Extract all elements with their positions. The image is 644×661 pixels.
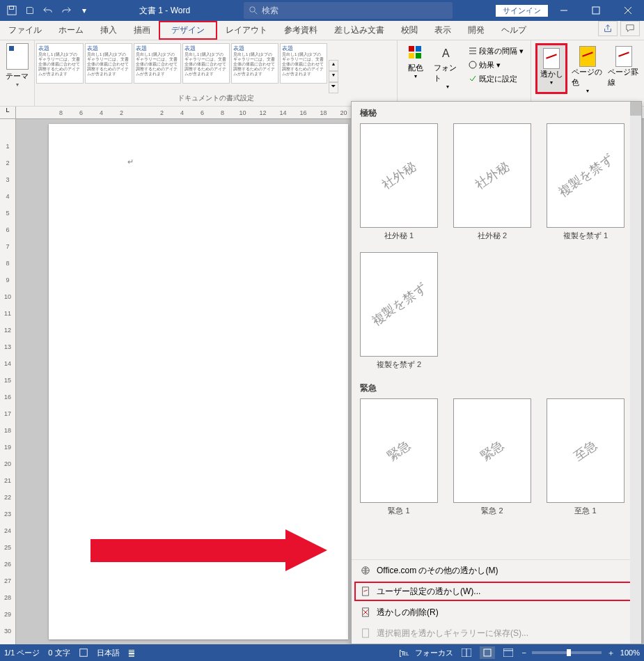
style-item[interactable]: 表題見出し1 [購入]タブのギャラリーには、文書全体の体裁に合わせて調整するため…: [134, 43, 181, 84]
page-color-button[interactable]: ページの色▾: [572, 43, 604, 94]
effects-icon: [469, 61, 477, 69]
tab-review[interactable]: 校閲: [393, 21, 426, 40]
web-layout-icon[interactable]: [501, 646, 516, 659]
tab-insert[interactable]: 挿入: [92, 21, 125, 40]
dropdown-menu: Office.com のその他の透かし(M) ▸ ユーザー設定の透かし(W)..…: [352, 559, 641, 644]
style-item[interactable]: 表題見出し1 [購入]タブのギャラリーには、文書全体の体裁に合わせて調整するため…: [182, 43, 230, 84]
spellcheck-icon[interactable]: [79, 648, 88, 658]
set-default-button[interactable]: 既定に設定: [469, 72, 524, 85]
watermark-button[interactable]: 透かし▾: [535, 43, 567, 94]
svg-line-17: [363, 590, 367, 591]
tab-mailings[interactable]: 差し込み文書: [326, 21, 393, 40]
zoom-slider[interactable]: [532, 651, 602, 654]
page-borders-button[interactable]: ページ罫線: [608, 43, 640, 94]
watermark-label: 社外秘 1: [360, 231, 438, 241]
globe-icon: [360, 565, 371, 576]
tab-developer[interactable]: 開発: [460, 21, 493, 40]
zoom-out-icon[interactable]: −: [521, 648, 526, 657]
watermark-preset[interactable]: 社外秘社外秘 1: [360, 123, 438, 241]
watermark-label: 緊急 1: [360, 506, 438, 516]
watermark-preset[interactable]: 緊急緊急 1: [360, 398, 438, 516]
more-watermarks-office[interactable]: Office.com のその他の透かし(M) ▸: [352, 560, 641, 581]
svg-rect-6: [592, 7, 599, 14]
status-bar: 1/1 ページ 0 文字 日本語 ䷀ [℡ フォーカス − ＋ 100%: [0, 644, 644, 661]
watermark-preset[interactable]: 至急至急 1: [547, 398, 625, 516]
style-item[interactable]: 表題見出し1 [購入]タブのギャラリーには、文書全体の体裁に合わせて調整するため…: [85, 43, 132, 84]
accessibility-icon[interactable]: ䷀: [128, 648, 135, 658]
svg-rect-9: [409, 46, 414, 52]
tab-references[interactable]: 参考資料: [276, 21, 326, 40]
comments-icon[interactable]: [620, 21, 640, 36]
page-borders-icon: [615, 46, 632, 67]
maximize-icon[interactable]: [580, 0, 612, 21]
custom-watermark[interactable]: ユーザー設定の透かし(W)...: [352, 581, 641, 602]
search-placeholder: 検索: [262, 5, 278, 17]
tab-draw[interactable]: 描画: [125, 21, 159, 40]
print-layout-icon[interactable]: [480, 646, 495, 659]
word-count[interactable]: 0 文字: [48, 648, 70, 658]
undo-icon[interactable]: [40, 3, 56, 18]
watermark-thumbnail: 社外秘: [453, 123, 531, 228]
zoom-in-icon[interactable]: ＋: [607, 648, 615, 658]
focus-mode[interactable]: フォーカス: [415, 648, 453, 658]
themes-group[interactable]: テーマ ▾: [0, 40, 35, 106]
style-item[interactable]: 表題見出し1 [購入]タブのギャラリーには、文書全体の体裁に合わせて調整するため…: [36, 43, 84, 84]
watermark-preset[interactable]: 複製を禁ず複製を禁ず 2: [360, 252, 438, 370]
svg-rect-10: [416, 46, 421, 52]
watermark-thumbnail: 緊急: [360, 398, 438, 503]
svg-rect-11: [409, 53, 414, 59]
qat-more-icon[interactable]: ▾: [77, 3, 92, 18]
paragraph-spacing-button[interactable]: 段落の間隔 ▾: [469, 45, 524, 57]
save-gallery-icon: [360, 628, 371, 639]
effects-button[interactable]: 効果 ▾: [469, 59, 524, 71]
watermark-preset[interactable]: 社外秘社外秘 2: [453, 123, 531, 241]
colors-button[interactable]: 配色▾: [402, 43, 430, 90]
annotation-arrow: [91, 529, 345, 571]
watermark-thumbnail: 複製を禁ず: [547, 123, 625, 228]
tab-view[interactable]: 表示: [426, 21, 460, 40]
vertical-ruler[interactable]: 1234567891011121314151617181920212223242…: [0, 119, 16, 644]
display-settings-icon[interactable]: [℡: [399, 648, 409, 658]
search-icon: [249, 6, 258, 15]
watermark-thumbnail: 複製を禁ず: [360, 252, 438, 357]
style-item[interactable]: 表題見出し1 [購入]タブのギャラリーには、文書全体の体裁に合わせて調整するため…: [231, 43, 278, 84]
check-icon: [469, 75, 477, 83]
svg-rect-1: [10, 6, 14, 9]
tab-help[interactable]: ヘルプ: [493, 21, 535, 40]
share-icon[interactable]: [598, 21, 618, 36]
read-mode-icon[interactable]: [459, 646, 474, 659]
tab-file[interactable]: ファイル: [0, 21, 50, 40]
remove-watermark[interactable]: 透かしの削除(R): [352, 602, 641, 623]
svg-rect-22: [79, 649, 87, 657]
style-gallery[interactable]: 表題見出し1 [購入]タブのギャラリーには、文書全体の体裁に合わせて調整するため…: [36, 43, 395, 93]
watermark-preset[interactable]: 複製を禁ず複製を禁ず 1: [547, 123, 625, 241]
svg-text:A: A: [442, 47, 450, 59]
svg-rect-25: [484, 649, 491, 656]
ribbon-options-icon[interactable]: [516, 0, 548, 21]
formatting-group: 表題見出し1 [購入]タブのギャラリーには、文書全体の体裁に合わせて調整するため…: [35, 40, 398, 106]
themes-label: テーマ: [6, 71, 29, 81]
close-icon[interactable]: [612, 0, 644, 21]
window-controls: [516, 0, 644, 21]
language-indicator[interactable]: 日本語: [97, 648, 120, 658]
gallery-more[interactable]: ▴▾⏷: [329, 43, 338, 93]
zoom-level[interactable]: 100%: [620, 648, 640, 657]
fonts-button[interactable]: Aフォント▾: [434, 43, 462, 90]
ribbon-tabs: ファイル ホーム 挿入 描画 デザイン レイアウト 参考資料 差し込み文書 校閲…: [0, 21, 644, 40]
tab-home[interactable]: ホーム: [50, 21, 92, 40]
tab-design[interactable]: デザイン: [159, 21, 217, 40]
autosave-toggle[interactable]: [4, 3, 19, 18]
svg-rect-26: [503, 648, 513, 657]
watermark-thumbnail: 至急: [547, 398, 625, 503]
tab-layout[interactable]: レイアウト: [217, 21, 276, 40]
page-icon: [360, 586, 371, 597]
redo-icon[interactable]: [58, 3, 74, 18]
watermark-preset[interactable]: 緊急緊急 2: [453, 398, 531, 516]
page-indicator[interactable]: 1/1 ページ: [4, 648, 40, 658]
save-icon[interactable]: [22, 3, 38, 18]
search-box[interactable]: 検索: [244, 2, 453, 19]
dropdown-scrollbar[interactable]: [630, 102, 641, 644]
watermark-label: 複製を禁ず 1: [547, 231, 625, 241]
style-item[interactable]: 表題見出し1 [購入]タブのギャラリーには、文書全体の体裁に合わせて調整するため…: [280, 43, 327, 84]
minimize-icon[interactable]: [548, 0, 580, 21]
